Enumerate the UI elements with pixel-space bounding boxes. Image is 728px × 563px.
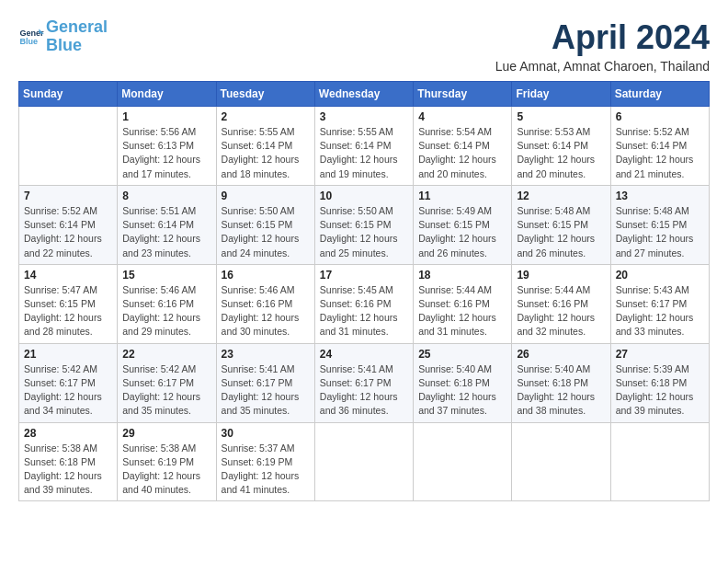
calendar-cell: 10Sunrise: 5:50 AM Sunset: 6:15 PM Dayli… [314, 185, 413, 264]
day-number: 4 [418, 110, 506, 123]
calendar-cell: 17Sunrise: 5:45 AM Sunset: 6:16 PM Dayli… [314, 264, 413, 343]
day-info: Sunrise: 5:45 AM Sunset: 6:16 PM Dayligh… [320, 283, 408, 339]
day-info: Sunrise: 5:44 AM Sunset: 6:16 PM Dayligh… [418, 283, 506, 339]
day-info: Sunrise: 5:46 AM Sunset: 6:16 PM Dayligh… [122, 283, 210, 339]
calendar-cell: 20Sunrise: 5:43 AM Sunset: 6:17 PM Dayli… [610, 264, 709, 343]
title-area: April 2024 Lue Amnat, Amnat Charoen, Tha… [495, 18, 710, 74]
day-number: 25 [418, 348, 506, 361]
day-number: 10 [320, 190, 408, 202]
day-number: 28 [24, 427, 112, 440]
day-info: Sunrise: 5:56 AM Sunset: 6:13 PM Dayligh… [122, 125, 210, 181]
weekday-header-monday: Monday [118, 82, 216, 107]
calendar-week-row: 14Sunrise: 5:47 AM Sunset: 6:15 PM Dayli… [19, 264, 710, 343]
day-info: Sunrise: 5:47 AM Sunset: 6:15 PM Dayligh… [24, 283, 112, 339]
calendar-week-row: 21Sunrise: 5:42 AM Sunset: 6:17 PM Dayli… [19, 343, 710, 422]
logo-icon: General Blue [18, 24, 44, 50]
day-number: 12 [517, 190, 605, 202]
day-number: 20 [616, 269, 704, 282]
day-number: 5 [517, 110, 605, 123]
day-info: Sunrise: 5:48 AM Sunset: 6:15 PM Dayligh… [517, 204, 605, 260]
weekday-header-friday: Friday [512, 82, 610, 107]
day-info: Sunrise: 5:44 AM Sunset: 6:16 PM Dayligh… [517, 283, 605, 339]
day-number: 16 [222, 269, 310, 282]
calendar-cell: 4Sunrise: 5:54 AM Sunset: 6:14 PM Daylig… [414, 107, 512, 186]
day-info: Sunrise: 5:52 AM Sunset: 6:14 PM Dayligh… [616, 125, 704, 181]
day-number: 17 [320, 269, 408, 282]
calendar-cell: 22Sunrise: 5:42 AM Sunset: 6:17 PM Dayli… [118, 343, 216, 422]
calendar-cell: 18Sunrise: 5:44 AM Sunset: 6:16 PM Dayli… [414, 264, 512, 343]
day-number: 8 [122, 190, 210, 202]
day-number: 15 [122, 269, 210, 282]
calendar-cell: 30Sunrise: 5:37 AM Sunset: 6:19 PM Dayli… [216, 422, 314, 501]
logo: General Blue General Blue [18, 18, 108, 55]
day-info: Sunrise: 5:51 AM Sunset: 6:14 PM Dayligh… [122, 204, 210, 260]
calendar-cell: 19Sunrise: 5:44 AM Sunset: 6:16 PM Dayli… [512, 264, 610, 343]
calendar-cell: 12Sunrise: 5:48 AM Sunset: 6:15 PM Dayli… [512, 185, 610, 264]
calendar-cell: 9Sunrise: 5:50 AM Sunset: 6:15 PM Daylig… [216, 185, 314, 264]
weekday-header-row: SundayMondayTuesdayWednesdayThursdayFrid… [19, 82, 710, 107]
day-number: 13 [616, 190, 704, 202]
calendar-cell: 7Sunrise: 5:52 AM Sunset: 6:14 PM Daylig… [19, 185, 118, 264]
calendar-week-row: 7Sunrise: 5:52 AM Sunset: 6:14 PM Daylig… [19, 185, 710, 264]
calendar-cell: 8Sunrise: 5:51 AM Sunset: 6:14 PM Daylig… [118, 185, 216, 264]
day-info: Sunrise: 5:38 AM Sunset: 6:18 PM Dayligh… [24, 442, 112, 498]
calendar-cell: 28Sunrise: 5:38 AM Sunset: 6:18 PM Dayli… [19, 422, 118, 501]
day-info: Sunrise: 5:43 AM Sunset: 6:17 PM Dayligh… [616, 283, 704, 339]
day-info: Sunrise: 5:37 AM Sunset: 6:19 PM Dayligh… [222, 442, 310, 498]
calendar-cell: 14Sunrise: 5:47 AM Sunset: 6:15 PM Dayli… [19, 264, 118, 343]
day-number: 19 [517, 269, 605, 282]
calendar-cell: 3Sunrise: 5:55 AM Sunset: 6:14 PM Daylig… [314, 107, 413, 186]
calendar-week-row: 1Sunrise: 5:56 AM Sunset: 6:13 PM Daylig… [19, 107, 710, 186]
day-info: Sunrise: 5:39 AM Sunset: 6:18 PM Dayligh… [616, 362, 704, 419]
calendar-cell: 25Sunrise: 5:40 AM Sunset: 6:18 PM Dayli… [414, 343, 512, 422]
calendar-cell: 5Sunrise: 5:53 AM Sunset: 6:14 PM Daylig… [512, 107, 610, 186]
logo-line1: General [46, 17, 108, 36]
day-number: 2 [222, 110, 310, 123]
day-info: Sunrise: 5:41 AM Sunset: 6:17 PM Dayligh… [222, 362, 310, 419]
calendar-cell: 2Sunrise: 5:55 AM Sunset: 6:14 PM Daylig… [216, 107, 314, 186]
logo-text: General Blue [46, 18, 108, 55]
day-number: 14 [24, 269, 112, 282]
day-info: Sunrise: 5:50 AM Sunset: 6:15 PM Dayligh… [222, 204, 310, 260]
calendar-cell: 26Sunrise: 5:40 AM Sunset: 6:18 PM Dayli… [512, 343, 610, 422]
day-info: Sunrise: 5:48 AM Sunset: 6:15 PM Dayligh… [616, 204, 704, 260]
weekday-header-saturday: Saturday [610, 82, 709, 107]
day-info: Sunrise: 5:55 AM Sunset: 6:14 PM Dayligh… [320, 125, 408, 181]
day-info: Sunrise: 5:49 AM Sunset: 6:15 PM Dayligh… [418, 204, 506, 260]
month-title: April 2024 [495, 18, 710, 57]
day-info: Sunrise: 5:46 AM Sunset: 6:16 PM Dayligh… [222, 283, 310, 339]
calendar-cell: 23Sunrise: 5:41 AM Sunset: 6:17 PM Dayli… [216, 343, 314, 422]
day-number: 23 [222, 348, 310, 361]
day-number: 6 [616, 110, 704, 123]
day-info: Sunrise: 5:40 AM Sunset: 6:18 PM Dayligh… [517, 362, 605, 419]
day-number: 3 [320, 110, 408, 123]
day-info: Sunrise: 5:42 AM Sunset: 6:17 PM Dayligh… [122, 362, 210, 419]
day-info: Sunrise: 5:40 AM Sunset: 6:18 PM Dayligh… [418, 362, 506, 419]
calendar-cell [19, 107, 118, 186]
day-info: Sunrise: 5:38 AM Sunset: 6:19 PM Dayligh… [122, 442, 210, 498]
weekday-header-tuesday: Tuesday [216, 82, 314, 107]
page-header: General Blue General Blue April 2024 Lue… [18, 18, 710, 74]
calendar-cell [314, 422, 413, 501]
calendar-cell: 16Sunrise: 5:46 AM Sunset: 6:16 PM Dayli… [216, 264, 314, 343]
calendar-table: SundayMondayTuesdayWednesdayThursdayFrid… [18, 81, 710, 501]
calendar-cell: 1Sunrise: 5:56 AM Sunset: 6:13 PM Daylig… [118, 107, 216, 186]
day-number: 24 [320, 348, 408, 361]
calendar-cell [610, 422, 709, 501]
weekday-header-thursday: Thursday [414, 82, 512, 107]
calendar-cell: 11Sunrise: 5:49 AM Sunset: 6:15 PM Dayli… [414, 185, 512, 264]
day-number: 11 [418, 190, 506, 202]
calendar-cell: 13Sunrise: 5:48 AM Sunset: 6:15 PM Dayli… [610, 185, 709, 264]
location-subtitle: Lue Amnat, Amnat Charoen, Thailand [495, 59, 710, 74]
day-number: 22 [122, 348, 210, 361]
day-number: 9 [222, 190, 310, 202]
day-number: 7 [24, 190, 112, 202]
day-info: Sunrise: 5:41 AM Sunset: 6:17 PM Dayligh… [320, 362, 408, 419]
calendar-cell: 29Sunrise: 5:38 AM Sunset: 6:19 PM Dayli… [118, 422, 216, 501]
calendar-cell: 27Sunrise: 5:39 AM Sunset: 6:18 PM Dayli… [610, 343, 709, 422]
day-info: Sunrise: 5:54 AM Sunset: 6:14 PM Dayligh… [418, 125, 506, 181]
day-number: 26 [517, 348, 605, 361]
day-number: 21 [24, 348, 112, 361]
day-number: 18 [418, 269, 506, 282]
weekday-header-wednesday: Wednesday [314, 82, 413, 107]
